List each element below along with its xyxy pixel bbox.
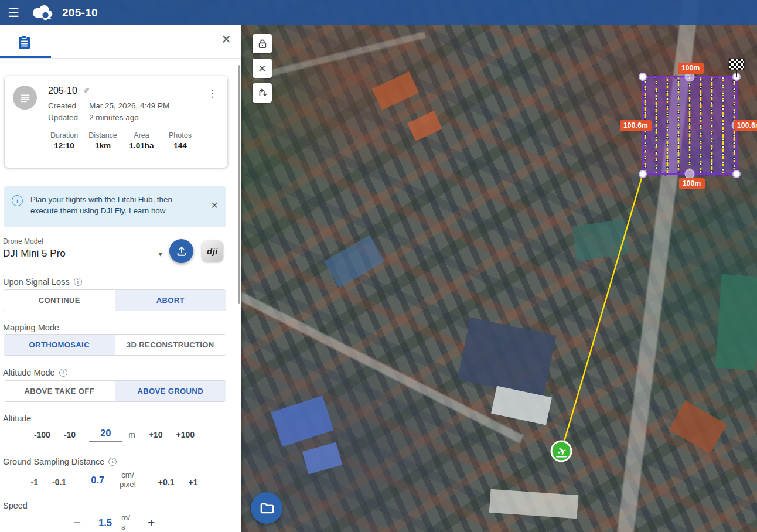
active-tab-indicator bbox=[0, 56, 51, 58]
altitude-mode-takeoff[interactable]: ABOVE TAKE OFF bbox=[4, 381, 115, 401]
clipboard-icon bbox=[18, 35, 30, 50]
altitude-plus-100[interactable]: +100 bbox=[176, 430, 195, 439]
litchi-hub-banner: i Plan your flights with the Litchi Hub,… bbox=[4, 186, 226, 227]
chevron-down-icon: ▾ bbox=[158, 250, 162, 258]
finish-flag-icon bbox=[729, 59, 744, 77]
upload-icon bbox=[175, 245, 188, 258]
lock-icon bbox=[257, 38, 268, 50]
close-icon: × bbox=[211, 199, 218, 212]
altitude-mode-toggle: ABOVE TAKE OFF ABOVE GROUND bbox=[4, 380, 226, 402]
stat-value: 144 bbox=[164, 141, 196, 150]
cloud-logo-icon bbox=[30, 4, 54, 22]
litchi-logo bbox=[30, 4, 54, 22]
gsd-input[interactable]: 0.7 bbox=[91, 475, 104, 486]
mission-stats: Duration12:10 Distance1km Area1.01ha Pho… bbox=[48, 131, 219, 150]
mission-avatar bbox=[13, 86, 37, 110]
stat-label: Photos bbox=[164, 131, 196, 139]
app-bar: ☰ 205-10 bbox=[0, 0, 757, 25]
speed-stepper: − 1.5 m/s + bbox=[0, 511, 241, 532]
panel-tabs: × bbox=[0, 25, 241, 59]
gsd-plus-01[interactable]: +0.1 bbox=[158, 478, 175, 487]
stat-value: 1.01ha bbox=[125, 141, 158, 150]
speed-input[interactable]: 1.5 bbox=[98, 517, 112, 528]
updated-value: 2 minutes ago bbox=[89, 112, 169, 124]
folder-icon bbox=[259, 500, 274, 516]
swap-direction-button[interactable] bbox=[253, 83, 272, 103]
altitude-minus-10[interactable]: -10 bbox=[64, 430, 76, 439]
edit-name-button[interactable]: ✎ bbox=[83, 86, 90, 96]
takeoff-connector-line bbox=[561, 174, 643, 451]
speed-minus-button[interactable]: − bbox=[74, 516, 81, 530]
mapping-mode-toggle: ORTHOMOSAIC 3D RECONSTRUCTION bbox=[4, 334, 226, 356]
missions-folder-button[interactable] bbox=[251, 492, 282, 524]
altitude-mode-ground[interactable]: ABOVE GROUND bbox=[115, 381, 226, 401]
drone-model-value: DJI Mini 5 Pro bbox=[3, 248, 66, 260]
mission-list-icon bbox=[19, 91, 32, 104]
tab-mission-settings[interactable] bbox=[11, 30, 37, 54]
created-label: Created bbox=[48, 100, 81, 112]
stat-label: Distance bbox=[87, 131, 119, 139]
altitude-minus-100[interactable]: -100 bbox=[34, 430, 50, 439]
altitude-stepper: -100 -10 20 m +10 +100 bbox=[0, 426, 241, 444]
gsd-minus-01[interactable]: -0.1 bbox=[52, 478, 66, 487]
mission-meta: Created Mar 25, 2026, 4:49 PM Updated 2 … bbox=[48, 100, 169, 124]
banner-close-button[interactable]: × bbox=[211, 199, 218, 227]
gsd-stepper: -1 -0.1 0.7 cm/pixel +0.1 +1 bbox=[0, 469, 241, 495]
info-icon: i bbox=[12, 195, 23, 206]
gsd-minus-1[interactable]: -1 bbox=[31, 478, 38, 487]
grid-height-tag-left: 100.6m bbox=[620, 120, 652, 131]
mapping-mode-orthomosaic[interactable]: ORTHOMOSAIC bbox=[4, 335, 115, 355]
signal-loss-abort[interactable]: ABORT bbox=[115, 290, 226, 311]
altitude-plus-10[interactable]: +10 bbox=[149, 430, 163, 439]
grid-height-tag-right: 100.6m bbox=[734, 120, 757, 131]
panel-scrollbar[interactable] bbox=[238, 65, 240, 304]
close-icon: × bbox=[221, 30, 231, 48]
mapping-mode-label: Mapping Mode bbox=[3, 323, 59, 332]
litchi-app: ✈ 100m 100.6m 100.6m 100m × bbox=[0, 0, 757, 532]
mission-settings-panel: × 205-10 ✎ Created Mar bbox=[0, 25, 241, 532]
hamburger-icon: ☰ bbox=[8, 5, 19, 21]
mission-name: 205-10 ✎ bbox=[48, 86, 169, 96]
info-icon: i bbox=[59, 369, 67, 377]
created-value: Mar 25, 2026, 4:49 PM bbox=[89, 100, 169, 112]
mapping-mode-3d[interactable]: 3D RECONSTRUCTION bbox=[115, 335, 226, 355]
mission-card: 205-10 ✎ Created Mar 25, 2026, 4:49 PM U… bbox=[5, 76, 227, 168]
lock-grid-button[interactable] bbox=[253, 34, 272, 53]
updated-label: Updated bbox=[48, 112, 81, 124]
altitude-label: Altitude bbox=[3, 414, 31, 423]
gsd-label: Ground Sampling Distance i bbox=[3, 457, 117, 466]
gsd-input-group: 0.7 cm/pixel bbox=[80, 470, 144, 493]
page-title: 205-10 bbox=[62, 6, 98, 19]
dji-fly-badge: dji bbox=[202, 240, 223, 262]
stat-label: Duration bbox=[48, 131, 80, 139]
altitude-unit: m bbox=[128, 430, 135, 439]
takeoff-marker[interactable]: ✈ bbox=[551, 441, 571, 461]
speed-label: Speed bbox=[3, 501, 28, 510]
banner-text: Plan your flights with the Litchi Hub, t… bbox=[30, 194, 187, 227]
drone-model-select[interactable]: DJI Mini 5 Pro ▾ bbox=[3, 248, 162, 265]
drone-model-label: Drone Model bbox=[3, 237, 43, 245]
altitude-input[interactable]: 20 bbox=[89, 428, 122, 442]
mission-menu-button[interactable]: ⋮ bbox=[205, 86, 220, 101]
stat-value: 12:10 bbox=[48, 141, 80, 150]
grid-width-tag-top: 100m bbox=[678, 63, 704, 74]
info-icon: i bbox=[74, 278, 82, 286]
menu-button[interactable]: ☰ bbox=[5, 4, 22, 22]
signal-loss-label: Upon Signal Loss i bbox=[3, 277, 82, 287]
delete-grid-button[interactable]: × bbox=[253, 59, 272, 78]
signal-loss-toggle: CONTINUE ABORT bbox=[4, 289, 226, 311]
signal-loss-continue[interactable]: CONTINUE bbox=[4, 290, 115, 311]
learn-how-link[interactable]: Learn how bbox=[129, 206, 166, 215]
swap-arrows-icon bbox=[257, 87, 268, 99]
speed-unit: m/s bbox=[121, 513, 130, 531]
gsd-unit: cm/pixel bbox=[120, 470, 136, 489]
upload-mission-button[interactable] bbox=[169, 239, 193, 263]
gsd-plus-1[interactable]: +1 bbox=[188, 478, 197, 487]
stat-value: 1km bbox=[87, 141, 119, 150]
speed-plus-button[interactable]: + bbox=[148, 516, 155, 530]
close-panel-button[interactable]: × bbox=[221, 32, 231, 47]
stat-label: Area bbox=[125, 131, 158, 139]
grid-width-tag-bottom: 100m bbox=[679, 178, 705, 189]
close-icon: × bbox=[258, 61, 266, 76]
info-icon: i bbox=[108, 458, 117, 466]
